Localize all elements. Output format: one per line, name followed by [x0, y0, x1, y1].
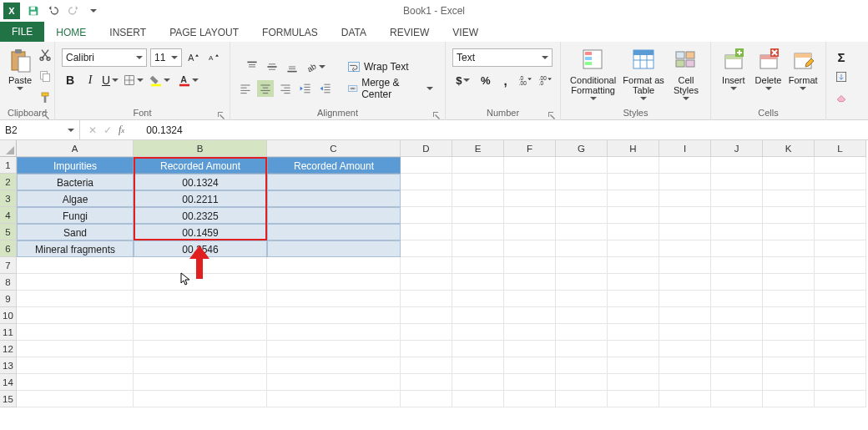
formula-bar[interactable]: 00.1324	[139, 120, 868, 139]
cell[interactable]	[134, 307, 267, 324]
cell[interactable]	[556, 257, 608, 274]
cell[interactable]	[608, 324, 659, 341]
cell[interactable]	[17, 324, 134, 341]
cell[interactable]	[401, 374, 452, 391]
cell[interactable]	[659, 307, 711, 324]
cell[interactable]	[134, 291, 267, 307]
cell[interactable]	[659, 157, 711, 174]
bold-button[interactable]: B	[62, 72, 78, 89]
row-header[interactable]: 5	[0, 224, 17, 240]
cell[interactable]	[763, 341, 815, 357]
column-header[interactable]: J	[711, 140, 763, 157]
cell[interactable]	[659, 207, 711, 224]
cell[interactable]	[763, 374, 815, 391]
cell[interactable]	[401, 257, 452, 274]
cell[interactable]	[267, 374, 401, 391]
increase-indent-icon[interactable]	[317, 80, 334, 97]
cell[interactable]	[711, 291, 763, 307]
qat-redo-icon[interactable]	[65, 3, 82, 19]
cell[interactable]	[401, 391, 452, 407]
cell[interactable]	[17, 391, 134, 407]
font-name-combo[interactable]: Calibri	[62, 48, 147, 67]
align-center-icon[interactable]	[257, 80, 274, 97]
cell[interactable]	[815, 307, 866, 324]
qat-undo-icon[interactable]	[45, 3, 62, 19]
grow-font-icon[interactable]: A	[185, 49, 202, 66]
cell[interactable]	[401, 291, 452, 307]
cell[interactable]	[556, 157, 608, 174]
borders-button[interactable]	[122, 72, 144, 89]
tab-page-layout[interactable]: PAGE LAYOUT	[158, 23, 250, 42]
cell[interactable]	[711, 274, 763, 291]
cell[interactable]	[267, 391, 401, 407]
cell[interactable]	[267, 357, 401, 374]
row-header[interactable]: 2	[0, 174, 17, 190]
row-header[interactable]: 8	[0, 274, 17, 291]
cell[interactable]	[659, 174, 711, 190]
cell[interactable]	[815, 374, 866, 391]
row-header[interactable]: 15	[0, 391, 17, 407]
cell[interactable]: Recorded Amount	[267, 157, 401, 174]
increase-decimal-button[interactable]: .0.00	[517, 72, 533, 89]
cell[interactable]: Fungi	[17, 207, 134, 224]
cell[interactable]	[452, 291, 504, 307]
cell[interactable]	[504, 374, 556, 391]
cell[interactable]	[711, 391, 763, 407]
italic-button[interactable]: I	[82, 72, 98, 89]
tab-view[interactable]: VIEW	[441, 23, 490, 42]
cell[interactable]	[452, 207, 504, 224]
tab-file[interactable]: FILE	[0, 22, 44, 42]
cell[interactable]	[134, 374, 267, 391]
cell[interactable]	[504, 174, 556, 190]
cell[interactable]	[401, 207, 452, 224]
cell[interactable]	[608, 257, 659, 274]
cell[interactable]: 00.1459	[134, 224, 267, 240]
fx-icon[interactable]: fx	[119, 124, 131, 136]
row-header[interactable]: 13	[0, 357, 17, 374]
cell[interactable]	[17, 274, 134, 291]
cell[interactable]	[267, 174, 401, 190]
cell[interactable]	[608, 274, 659, 291]
cell[interactable]	[504, 157, 556, 174]
cell[interactable]	[17, 357, 134, 374]
format-as-table-button[interactable]: Format as Table	[622, 45, 665, 107]
cell[interactable]	[504, 274, 556, 291]
cell[interactable]	[763, 307, 815, 324]
cell[interactable]: Mineral fragments	[17, 240, 134, 257]
cell[interactable]	[659, 391, 711, 407]
tab-data[interactable]: DATA	[330, 23, 378, 42]
cell[interactable]	[452, 307, 504, 324]
cell[interactable]	[608, 240, 659, 257]
column-header[interactable]: C	[267, 140, 401, 157]
cell[interactable]	[763, 391, 815, 407]
cell[interactable]	[711, 207, 763, 224]
cell[interactable]	[659, 224, 711, 240]
cell[interactable]	[763, 157, 815, 174]
cell[interactable]	[556, 324, 608, 341]
cell[interactable]	[401, 174, 452, 190]
cell[interactable]	[267, 307, 401, 324]
column-header[interactable]: H	[608, 140, 659, 157]
cell[interactable]	[815, 257, 866, 274]
merge-center-button[interactable]: Merge & Center	[342, 80, 438, 97]
cell[interactable]	[267, 341, 401, 357]
wrap-text-button[interactable]: Wrap Text	[342, 58, 414, 75]
cell[interactable]	[134, 357, 267, 374]
cell[interactable]	[711, 257, 763, 274]
align-top-icon[interactable]	[244, 58, 260, 75]
number-launcher-icon[interactable]	[547, 110, 557, 120]
number-format-combo[interactable]: Text	[452, 48, 553, 67]
accounting-format-button[interactable]: $	[452, 72, 474, 89]
cell[interactable]	[556, 374, 608, 391]
align-bottom-icon[interactable]	[284, 58, 300, 75]
cell[interactable]	[556, 391, 608, 407]
cell[interactable]	[504, 341, 556, 357]
cancel-formula-icon[interactable]: ✕	[88, 124, 97, 136]
cell[interactable]	[763, 224, 815, 240]
cell[interactable]	[815, 341, 866, 357]
cell[interactable]	[815, 174, 866, 190]
cell[interactable]	[504, 240, 556, 257]
cell[interactable]	[763, 257, 815, 274]
cell[interactable]: 00.2546	[134, 240, 267, 257]
cell[interactable]	[711, 157, 763, 174]
